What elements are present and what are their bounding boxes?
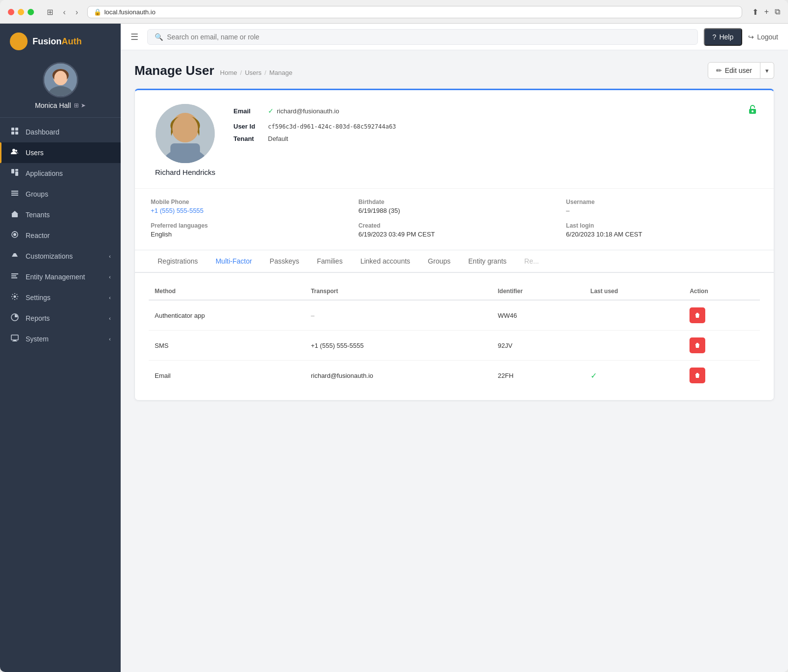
tab-multi-factor[interactable]: Multi-Factor	[207, 250, 261, 273]
svg-rect-39	[170, 143, 200, 163]
last-login-value: 6/20/2023 10:18 AM CEST	[566, 231, 758, 238]
traffic-light-red[interactable]	[8, 9, 14, 15]
breadcrumb-home[interactable]: Home	[220, 69, 237, 76]
logout-label: Logout	[757, 33, 778, 41]
sidebar-item-groups[interactable]: Groups	[0, 184, 121, 204]
identifier-cell: 92JV	[492, 331, 585, 361]
svg-point-37	[172, 115, 198, 142]
mfa-tab-content: Method Transport Identifier Last used Ac…	[135, 273, 774, 400]
last-used-cell	[585, 300, 684, 331]
action-cell	[684, 300, 760, 331]
user-avatar	[43, 62, 78, 98]
breadcrumb-users[interactable]: Users	[245, 69, 262, 76]
sidebar-item-dashboard[interactable]: Dashboard	[0, 122, 121, 142]
email-value: richard@fusionauth.io	[277, 107, 339, 115]
entity-management-arrow: ‹	[109, 274, 111, 280]
table-row: SMS +1 (555) 555-5555 92JV	[149, 331, 760, 361]
logout-icon: ↪	[748, 33, 754, 41]
transport-cell: richard@fusionauth.io	[305, 361, 492, 391]
sidebar-item-reports[interactable]: Reports ‹	[0, 308, 121, 329]
tab-more[interactable]: Re...	[516, 250, 548, 273]
mobile-phone-value[interactable]: +1 (555) 555-5555	[151, 207, 343, 214]
help-button[interactable]: ? Help	[704, 28, 743, 46]
back-btn[interactable]: ‹	[60, 7, 68, 18]
search-icon: 🔍	[155, 33, 163, 41]
system-label: System	[26, 335, 49, 343]
svg-point-41	[752, 110, 754, 112]
settings-label: Settings	[26, 294, 51, 302]
address-bar[interactable]: local.fusionauth.io	[104, 8, 156, 16]
method-cell: SMS	[149, 331, 305, 361]
svg-rect-20	[11, 193, 18, 194]
created-field: Created 6/19/2023 03:49 PM CEST	[359, 222, 551, 238]
page-header: Manage User Home / Users / Manage ✏ Edit	[134, 62, 774, 79]
user-card-icon[interactable]: ⊞	[74, 102, 79, 109]
share-icon[interactable]: ⬆	[752, 7, 758, 17]
tab-families[interactable]: Families	[308, 250, 352, 273]
traffic-light-green[interactable]	[28, 9, 34, 15]
sidebar: FusionAuth Monica Hall ⊞ ➤	[0, 24, 121, 672]
reports-icon	[10, 313, 20, 323]
user-name-text: Monica Hall	[35, 101, 71, 109]
logout-button[interactable]: ↪ Logout	[748, 33, 778, 41]
account-lock-icon[interactable]	[747, 104, 758, 118]
user-location-icon[interactable]: ➤	[81, 102, 86, 109]
svg-rect-28	[11, 277, 17, 278]
user-info-col: Email ✓ richard@fusionauth.io	[233, 104, 758, 176]
mobile-phone-label: Mobile Phone	[151, 199, 343, 205]
svg-point-9	[54, 71, 67, 85]
settings-icon	[10, 293, 20, 302]
last-used-check-icon: ✓	[591, 371, 597, 380]
menu-icon[interactable]: ☰	[131, 32, 138, 42]
sidebar-item-tenants[interactable]: Tenants	[0, 204, 121, 225]
delete-row1-button[interactable]	[690, 307, 705, 323]
search-input[interactable]	[167, 33, 690, 41]
sidebar-item-system[interactable]: System ‹	[0, 329, 121, 349]
edit-user-dropdown-button[interactable]: ▾	[760, 62, 774, 79]
brand-fusion: Fusion	[33, 36, 62, 46]
sidebar-toggle-btn[interactable]: ⊞	[44, 6, 56, 18]
action-cell	[684, 361, 760, 391]
sidebar-item-customizations[interactable]: Customizations ‹	[0, 246, 121, 267]
header-actions: ✏ Edit user ▾	[708, 62, 774, 79]
sidebar-item-applications[interactable]: Applications	[0, 163, 121, 184]
groups-icon	[10, 189, 20, 199]
svg-rect-32	[13, 340, 16, 341]
dashboard-icon	[10, 127, 20, 137]
sidebar-item-entity-management[interactable]: Entity Management ‹	[0, 267, 121, 287]
birthdate-field: Birthdate 6/19/1988 (35)	[359, 199, 551, 214]
sidebar-item-users[interactable]: Users	[0, 142, 121, 163]
svg-point-23	[13, 233, 16, 236]
svg-rect-17	[15, 171, 18, 176]
userid-label: User Id	[233, 123, 263, 130]
tab-registrations[interactable]: Registrations	[149, 250, 207, 273]
svg-rect-19	[11, 191, 18, 192]
customizations-arrow: ‹	[109, 253, 111, 259]
last-used-cell: ✓	[585, 361, 684, 391]
sidebar-item-reactor[interactable]: Reactor	[0, 225, 121, 246]
user-card: Richard Hendricks Email ✓ richard@fusion…	[134, 89, 774, 401]
tab-groups[interactable]: Groups	[419, 250, 460, 273]
sidebar-item-settings[interactable]: Settings ‹	[0, 287, 121, 308]
tab-entity-grants[interactable]: Entity grants	[460, 250, 516, 273]
tabs-icon[interactable]: ⧉	[775, 7, 780, 17]
transport-cell: –	[305, 300, 492, 331]
table-row: Email richard@fusionauth.io 22FH ✓	[149, 361, 760, 391]
breadcrumb: Home / Users / Manage	[220, 69, 293, 76]
user-photo	[156, 104, 215, 163]
delete-row2-button[interactable]	[690, 337, 705, 353]
edit-user-button[interactable]: ✏ Edit user	[708, 62, 760, 79]
delete-row3-button[interactable]	[690, 368, 705, 383]
forward-btn[interactable]: ›	[72, 7, 81, 18]
groups-label: Groups	[26, 190, 48, 198]
sidebar-nav: Dashboard Users Applications Groups	[0, 118, 121, 672]
traffic-light-yellow[interactable]	[18, 9, 24, 15]
edit-user-label: Edit user	[725, 67, 752, 74]
tab-passkeys[interactable]: Passkeys	[261, 250, 308, 273]
reports-arrow: ‹	[109, 315, 111, 321]
new-tab-icon[interactable]: +	[764, 7, 769, 17]
username-label: Username	[566, 199, 758, 205]
breadcrumb-manage: Manage	[269, 69, 293, 76]
tab-linked-accounts[interactable]: Linked accounts	[352, 250, 419, 273]
preferred-languages-field: Preferred languages English	[151, 222, 343, 238]
